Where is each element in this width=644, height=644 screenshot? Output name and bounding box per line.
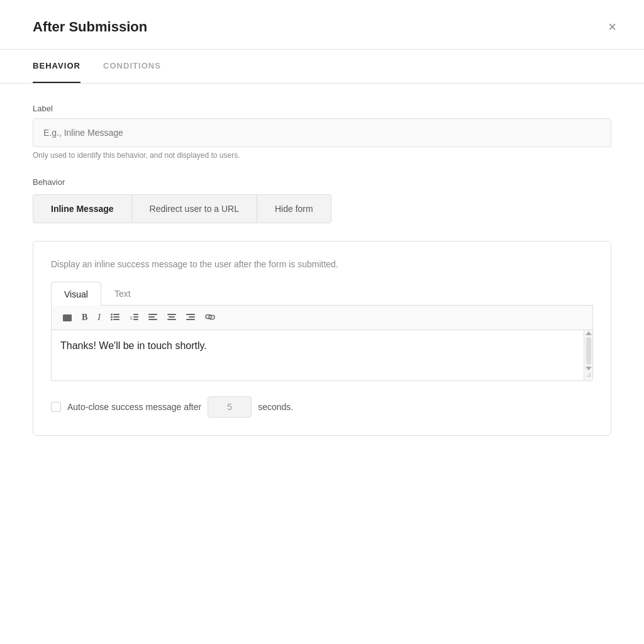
svg-rect-7 [133, 314, 138, 315]
label-input[interactable] [33, 118, 611, 147]
ordered-list-button[interactable]: 1. [126, 311, 142, 325]
block-icon [63, 314, 72, 321]
editor-toolbar: B I 1. [52, 306, 592, 330]
svg-point-0 [111, 314, 113, 316]
editor-text[interactable]: Thanks! We'll be in touch shortly. [52, 330, 584, 380]
resize-handle-icon[interactable]: ⊿ [585, 370, 592, 379]
auto-close-label: Auto-close success message after [67, 402, 201, 412]
svg-rect-17 [189, 316, 195, 318]
scroll-up-arrow[interactable] [586, 331, 592, 335]
svg-rect-9 [133, 319, 138, 320]
label-field-label: Label [33, 104, 611, 113]
behavior-hide-form-button[interactable]: Hide form [257, 194, 331, 223]
editor-tab-bar: Visual Text [51, 282, 593, 306]
auto-close-seconds-input[interactable]: 5 [208, 396, 252, 418]
align-left-button[interactable] [145, 311, 161, 325]
modal-title: After Submission [33, 19, 147, 35]
modal: After Submission × BEHAVIOR CONDITIONS L… [0, 0, 644, 644]
behavior-buttons: Inline Message Redirect user to a URL Hi… [33, 194, 611, 223]
close-button[interactable]: × [606, 18, 619, 36]
scroll-track [586, 337, 591, 365]
editor-tab-text[interactable]: Text [101, 282, 144, 305]
svg-rect-11 [148, 316, 155, 318]
editor-area: B I 1. [51, 306, 593, 381]
modal-header: After Submission × [0, 0, 644, 50]
label-field-group: Label Only used to identify this behavio… [33, 104, 611, 160]
label-hint: Only used to identify this behavior, and… [33, 151, 611, 160]
main-content: Label Only used to identify this behavio… [0, 84, 644, 456]
unordered-list-icon [111, 313, 119, 322]
block-icon-button[interactable] [59, 312, 75, 324]
behavior-field-group: Behavior Inline Message Redirect user to… [33, 177, 611, 223]
editor-scrollbar-area: Thanks! We'll be in touch shortly. ⊿ [52, 330, 592, 380]
align-right-button[interactable] [182, 311, 199, 325]
align-center-button[interactable] [164, 311, 180, 325]
link-icon [205, 313, 215, 322]
tab-behavior[interactable]: BEHAVIOR [33, 50, 80, 83]
bold-button[interactable]: B [78, 311, 91, 325]
svg-rect-1 [113, 314, 119, 315]
svg-point-4 [111, 319, 113, 321]
svg-rect-12 [148, 319, 157, 320]
auto-close-checkbox[interactable] [51, 402, 61, 412]
link-button[interactable] [201, 311, 219, 325]
svg-rect-8 [133, 316, 138, 318]
svg-rect-18 [186, 319, 195, 320]
inline-message-box: Display an inline success message to the… [33, 241, 611, 436]
svg-rect-3 [113, 316, 119, 318]
svg-rect-13 [167, 314, 176, 315]
align-left-icon [148, 313, 157, 322]
italic-icon: I [97, 313, 101, 322]
unordered-list-button[interactable] [107, 311, 123, 325]
svg-rect-5 [113, 319, 119, 320]
scrollbar: ⊿ [584, 330, 592, 380]
svg-rect-14 [169, 316, 175, 318]
inline-desc: Display an inline success message to the… [51, 259, 593, 269]
align-center-icon [167, 313, 176, 322]
tab-conditions[interactable]: CONDITIONS [103, 50, 161, 83]
italic-button[interactable]: I [94, 311, 104, 325]
svg-text:1.: 1. [130, 315, 134, 321]
editor-tab-visual[interactable]: Visual [51, 282, 101, 306]
behavior-label: Behavior [33, 177, 611, 187]
svg-point-2 [111, 316, 113, 318]
auto-close-row: Auto-close success message after 5 secon… [51, 396, 593, 418]
svg-rect-10 [148, 314, 157, 315]
align-right-icon [186, 313, 195, 322]
editor-content-text: Thanks! We'll be in touch shortly. [60, 340, 207, 351]
ordered-list-icon: 1. [130, 313, 138, 322]
tab-bar: BEHAVIOR CONDITIONS [0, 50, 644, 84]
behavior-inline-message-button[interactable]: Inline Message [33, 194, 132, 223]
svg-rect-15 [167, 319, 176, 320]
bold-icon: B [82, 313, 87, 322]
behavior-redirect-url-button[interactable]: Redirect user to a URL [132, 194, 257, 223]
svg-rect-16 [186, 314, 195, 315]
auto-close-seconds-label: seconds. [258, 402, 293, 412]
